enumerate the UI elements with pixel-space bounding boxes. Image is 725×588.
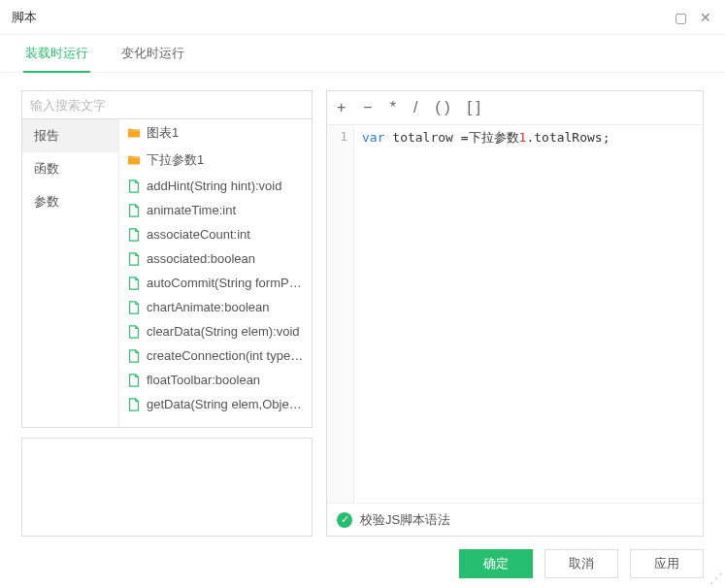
tree-item-label: floatToolbar:boolean — [147, 373, 260, 387]
file-icon — [127, 349, 141, 363]
window-controls: ▢ ✕ — [673, 10, 713, 25]
cancel-button[interactable]: 取消 — [544, 549, 618, 578]
tree-item[interactable]: 图表1 — [119, 119, 312, 147]
tree-item[interactable]: associated:boolean — [119, 246, 312, 271]
op-slash[interactable]: / — [413, 99, 417, 116]
tree-item-label: associated:boolean — [147, 251, 255, 266]
tab-onchange-label: 变化时运行 — [121, 46, 184, 60]
file-icon — [127, 374, 141, 387]
tree-item-label: associateCount:int — [147, 227, 250, 242]
ok-button[interactable]: 确定 — [459, 549, 533, 578]
check-icon: ✓ — [337, 512, 352, 528]
tabs: 装载时运行 变化时运行 — [0, 35, 725, 73]
code-line-1[interactable]: var totalrow =下拉参数1.totalRows; — [354, 125, 703, 503]
tree-item-label: getData(String elem,Object o... — [147, 397, 304, 411]
editor-toolbar: + − * / ( ) [ ] — [327, 91, 703, 124]
titlebar: 脚本 ▢ ✕ — [0, 0, 725, 35]
file-icon — [127, 252, 141, 266]
tree-item[interactable]: associateCount:int — [119, 222, 312, 246]
tree-item[interactable]: createConnection(int type,Str... — [119, 343, 312, 368]
tab-onchange[interactable]: 变化时运行 — [119, 35, 186, 72]
tree-item-label: addHint(String hint):void — [147, 179, 281, 193]
tree-item[interactable]: clearData(String elem):void — [119, 319, 312, 343]
tree-item-label: animateTime:int — [147, 203, 236, 217]
file-icon — [127, 180, 141, 193]
code-editor[interactable]: 1 var totalrow =下拉参数1.totalRows; — [327, 124, 703, 503]
footer: 确定 取消 应用 — [459, 549, 704, 578]
category-param-label: 参数 — [34, 194, 59, 209]
tab-onload-label: 装载时运行 — [25, 46, 88, 60]
op-plus[interactable]: + — [337, 99, 346, 116]
op-star[interactable]: * — [390, 99, 396, 116]
tree-item[interactable]: floatToolbar:boolean — [119, 368, 312, 392]
category-report-label: 报告 — [34, 128, 59, 143]
preview-box — [21, 438, 313, 537]
code-ident: totalrow =下拉参数 — [384, 130, 518, 145]
left-panel: 报告 函数 参数 图表1下拉参数1addHint(String hint):vo… — [21, 90, 313, 537]
tree-item-label: autoCommit(String formParm... — [147, 276, 304, 290]
tree-item[interactable]: autoCommit(String formParm... — [119, 271, 312, 295]
tree-item[interactable]: animateTime:int — [119, 198, 312, 222]
validation-label: 校验JS脚本语法 — [360, 511, 450, 529]
apply-button[interactable]: 应用 — [630, 549, 704, 578]
file-icon — [127, 398, 141, 411]
category-list: 报告 函数 参数 — [22, 119, 119, 427]
window-title: 脚本 — [12, 9, 673, 26]
code-rest: .totalRows; — [526, 130, 610, 145]
gutter: 1 — [327, 125, 354, 503]
op-minus[interactable]: − — [363, 99, 372, 116]
file-icon — [127, 228, 141, 242]
tab-onload[interactable]: 装载时运行 — [23, 35, 90, 72]
validation-bar[interactable]: ✓ 校验JS脚本语法 — [327, 503, 703, 536]
category-report[interactable]: 报告 — [22, 119, 118, 152]
file-icon — [127, 204, 141, 217]
tree-item-label: 图表1 — [147, 124, 179, 142]
tree-item-label: createConnection(int type,Str... — [147, 348, 304, 363]
search-input[interactable] — [21, 90, 313, 119]
category-function-label: 函数 — [34, 161, 59, 176]
tree-item[interactable]: 下拉参数1 — [119, 147, 312, 174]
item-list[interactable]: 图表1下拉参数1addHint(String hint):voidanimate… — [119, 119, 312, 427]
op-parens[interactable]: ( ) — [435, 99, 449, 116]
maximize-icon[interactable]: ▢ — [673, 10, 688, 25]
code-keyword: var — [362, 130, 384, 145]
tree-item-label: 下拉参数1 — [147, 151, 204, 169]
tree-item[interactable]: addHint(String hint):void — [119, 174, 312, 198]
file-icon — [127, 277, 141, 290]
op-brackets[interactable]: [ ] — [467, 99, 479, 116]
file-icon — [127, 325, 141, 339]
category-param[interactable]: 参数 — [22, 185, 118, 218]
api-browser: 报告 函数 参数 图表1下拉参数1addHint(String hint):vo… — [21, 119, 313, 428]
tree-item[interactable]: chartAnimate:boolean — [119, 295, 312, 319]
folder-icon — [127, 126, 141, 140]
category-function[interactable]: 函数 — [22, 152, 118, 185]
close-icon[interactable]: ✕ — [698, 10, 713, 25]
editor-panel: + − * / ( ) [ ] 1 var totalrow =下拉参数1.to… — [326, 90, 704, 537]
tree-item-label: chartAnimate:boolean — [147, 300, 269, 314]
tree-item-label: clearData(String elem):void — [147, 324, 300, 339]
folder-icon — [127, 153, 141, 167]
resize-grip-icon[interactable]: ⋰ — [709, 571, 723, 586]
file-icon — [127, 301, 141, 314]
content: 报告 函数 参数 图表1下拉参数1addHint(String hint):vo… — [0, 73, 725, 537]
line-number-1: 1 — [340, 129, 347, 144]
tree-item[interactable]: getData(String elem,Object o... — [119, 392, 312, 416]
